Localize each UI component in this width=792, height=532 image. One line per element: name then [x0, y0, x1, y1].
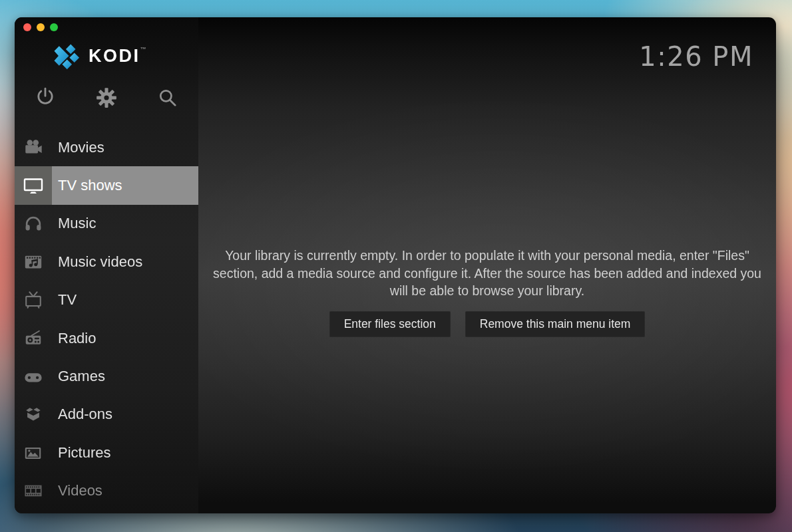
titlebar-controls	[23, 23, 58, 31]
quick-actions-bar	[15, 84, 198, 112]
clock: 1:26 PM	[639, 41, 753, 72]
sidebar-item-label: Pictures	[52, 434, 198, 471]
tv-antenna-icon	[15, 281, 52, 319]
sidebar-item-label: Music	[52, 205, 198, 243]
sidebar-item-add-ons[interactable]: Add-ons	[15, 396, 198, 434]
gamepad-icon	[15, 357, 52, 395]
sidebar-item-label: Videos	[52, 472, 198, 510]
power-icon	[34, 101, 57, 111]
search-button[interactable]	[154, 84, 182, 112]
content-area: Your library is currently empty. In orde…	[198, 17, 776, 513]
zoom-button[interactable]	[50, 23, 58, 31]
sidebar-item-label: Music videos	[52, 243, 198, 281]
sidebar-item-tv-shows[interactable]: TV shows	[15, 166, 198, 204]
kodi-brand: KODI™	[51, 41, 148, 70]
settings-gear-icon	[95, 101, 118, 111]
minimize-button[interactable]	[37, 23, 45, 31]
empty-library-dialog: Your library is currently empty. In orde…	[206, 247, 769, 337]
sidebar-item-movies[interactable]: Movies	[15, 128, 198, 166]
sidebar-item-music-videos[interactable]: Music videos	[15, 243, 198, 281]
sidebar-item-label: Movies	[52, 128, 198, 166]
power-button[interactable]	[31, 84, 59, 112]
sidebar-item-label: TV	[52, 281, 198, 319]
main-menu: Movies TV shows Music	[15, 128, 198, 510]
headphones-icon	[15, 205, 52, 243]
sidebar-item-videos[interactable]: Videos	[15, 472, 198, 510]
close-button[interactable]	[23, 23, 31, 31]
sidebar-item-music[interactable]: Music	[15, 205, 198, 243]
addon-box-icon	[15, 396, 52, 434]
kodi-window: KODI™ 1:26 PM	[15, 17, 776, 513]
remove-main-menu-item-button[interactable]: Remove this main menu item	[465, 311, 646, 337]
radio-icon	[15, 319, 52, 357]
music-video-icon	[15, 243, 52, 281]
movie-camera-icon	[15, 128, 52, 166]
sidebar-item-label: Radio	[52, 319, 198, 357]
sidebar-item-tv[interactable]: TV	[15, 281, 198, 319]
sidebar-item-label: TV shows	[52, 166, 198, 204]
empty-library-message: Your library is currently empty. In orde…	[206, 247, 769, 300]
dialog-buttons: Enter files section Remove this main men…	[206, 311, 769, 337]
trademark: ™	[140, 46, 148, 53]
tv-monitor-icon	[15, 166, 52, 204]
sidebar-item-radio[interactable]: Radio	[15, 319, 198, 357]
search-icon	[156, 101, 179, 111]
sidebar-item-pictures[interactable]: Pictures	[15, 434, 198, 471]
sidebar-item-label: Games	[52, 357, 198, 395]
sidebar-item-games[interactable]: Games	[15, 357, 198, 395]
enter-files-section-button[interactable]: Enter files section	[329, 311, 451, 337]
sidebar-item-label: Add-ons	[52, 396, 198, 434]
picture-icon	[15, 434, 52, 471]
settings-button[interactable]	[93, 84, 120, 112]
film-strip-icon	[15, 472, 52, 510]
kodi-logo-icon	[51, 41, 80, 70]
kodi-wordmark: KODI™	[89, 46, 148, 66]
